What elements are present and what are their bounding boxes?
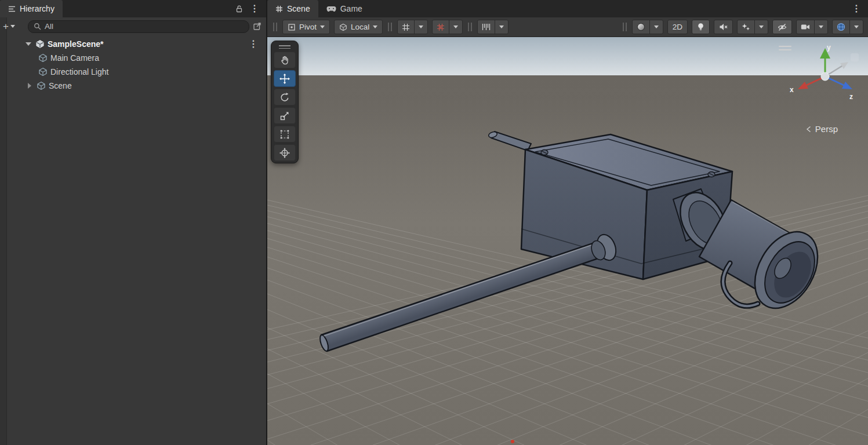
- tree-row-main-camera[interactable]: Main Camera: [0, 51, 266, 65]
- scene-root-label: SampleScene*: [48, 39, 104, 49]
- scene-tabstrip: Scene Game ⋮: [267, 0, 868, 17]
- hierarchy-panel: Hierarchy ⋮ + All SampleScene*: [0, 0, 267, 445]
- tool-move-button[interactable]: [274, 70, 296, 87]
- camera-settings-group: [796, 20, 828, 34]
- toolbar-drag-handle[interactable]: [273, 23, 277, 31]
- scene-effects-toggle[interactable]: [738, 20, 754, 34]
- projection-toggle[interactable]: Persp: [805, 124, 838, 134]
- handle-rotation-dropdown[interactable]: Local: [334, 20, 383, 34]
- scene-viewport[interactable]: y x z Persp: [267, 37, 868, 445]
- camera-settings-dropdown[interactable]: [814, 20, 827, 34]
- tools-overlay: [271, 41, 299, 163]
- transform-tool-icon: [279, 148, 290, 158]
- hierarchy-tree: SampleScene* ⋮ Main Camera Directional L…: [0, 35, 266, 93]
- tab-game[interactable]: Game: [318, 0, 371, 17]
- kebab-menu-icon[interactable]: ⋮: [852, 4, 861, 13]
- axis-z-label: z: [849, 93, 853, 101]
- snap-increment-button[interactable]: [478, 20, 495, 34]
- kebab-menu-icon[interactable]: ⋮: [249, 39, 258, 49]
- tree-row-scene-object[interactable]: Scene: [0, 79, 266, 93]
- pivot-mode-dropdown[interactable]: Pivot: [282, 20, 330, 34]
- overlay-drag-handle[interactable]: [279, 43, 290, 50]
- camera-settings-button[interactable]: [797, 20, 814, 34]
- chevron-down-icon: [320, 25, 325, 28]
- draw-mode-group: [632, 20, 663, 34]
- hierarchy-tabstrip: Hierarchy ⋮: [0, 0, 266, 17]
- gameobject-cube-icon: [38, 53, 48, 63]
- horizon-fade: [267, 75, 868, 139]
- draw-mode-dropdown[interactable]: [649, 20, 663, 34]
- pivot-icon: [288, 23, 296, 31]
- tool-rotate-button[interactable]: [274, 89, 296, 105]
- lightbulb-icon: [697, 23, 704, 31]
- chevron-down-icon: [819, 25, 823, 28]
- tree-row-directional-light[interactable]: Directional Light: [0, 65, 266, 79]
- gamepad-icon: [326, 6, 336, 12]
- snap-increment-dropdown[interactable]: [495, 20, 508, 34]
- chevron-down-icon: [759, 25, 764, 28]
- hierarchy-tab-label: Hierarchy: [20, 4, 55, 13]
- tool-rect-button[interactable]: [274, 126, 296, 143]
- orientation-gizmo[interactable]: y x z: [785, 43, 860, 105]
- foldout-collapsed-icon[interactable]: [28, 83, 31, 89]
- effects-stars-icon: [742, 23, 750, 31]
- kebab-menu-icon[interactable]: ⋮: [250, 4, 259, 13]
- search-icon: [34, 23, 41, 30]
- draw-mode-button[interactable]: [633, 20, 649, 34]
- scene-canvas[interactable]: [267, 37, 868, 445]
- grid-visibility-group: [397, 20, 428, 34]
- gizmos-dropdown[interactable]: [849, 20, 863, 34]
- grid-snap-toggle[interactable]: [433, 20, 449, 34]
- collapsed-overlay-icon[interactable]: [851, 53, 859, 61]
- grid-visibility-button[interactable]: [398, 20, 414, 34]
- tool-transform-button[interactable]: [274, 144, 296, 161]
- gameobject-cube-icon: [38, 67, 48, 76]
- grid-snap-group: [432, 20, 463, 34]
- grid-snap-dropdown[interactable]: [449, 20, 462, 34]
- tree-row-scene-root[interactable]: SampleScene* ⋮: [0, 37, 266, 51]
- axis-negative-cone[interactable]: [840, 62, 848, 69]
- tool-hand-button[interactable]: [274, 52, 296, 68]
- hand-tool-icon: [279, 55, 290, 65]
- toolbar-separator: [623, 23, 627, 31]
- gizmos-group: [832, 20, 863, 34]
- scene-effects-dropdown[interactable]: [754, 20, 768, 34]
- chevron-down-icon: [10, 25, 15, 28]
- overlay-menu-handle[interactable]: [779, 46, 791, 50]
- shaded-sphere-icon: [637, 23, 645, 31]
- search-input[interactable]: All: [28, 20, 249, 33]
- hierarchy-menu-icon: [8, 6, 16, 12]
- chevron-down-icon: [373, 25, 377, 28]
- gizmo-center[interactable]: [821, 72, 829, 81]
- tab-hierarchy[interactable]: Hierarchy: [0, 0, 63, 17]
- chevron-down-icon: [453, 25, 458, 28]
- foldout-expanded-icon[interactable]: [26, 42, 31, 46]
- rotate-tool-icon: [279, 92, 290, 103]
- open-search-window-icon[interactable]: [253, 22, 262, 31]
- gameobject-cube-icon: [37, 81, 46, 90]
- globe-gizmo-icon: [837, 23, 845, 31]
- tab-scene[interactable]: Scene: [267, 0, 318, 17]
- scene-audio-toggle[interactable]: [714, 20, 733, 34]
- toggle-2d-button[interactable]: 2D: [667, 20, 688, 34]
- scene-grid-icon: [275, 5, 283, 13]
- lock-icon[interactable]: [235, 5, 243, 13]
- snap-icon: [437, 23, 445, 31]
- chevron-down-icon: [654, 25, 659, 28]
- tool-scale-button[interactable]: [274, 107, 296, 124]
- eye-crossed-icon: [778, 23, 787, 31]
- scene-lighting-toggle[interactable]: [692, 20, 710, 34]
- camera-icon: [801, 24, 810, 30]
- scene-toolbar-right: 2D: [622, 20, 863, 34]
- axis-x-label: x: [790, 86, 794, 94]
- origin-axis-dot: [511, 440, 514, 443]
- grid-visibility-dropdown[interactable]: [414, 20, 427, 34]
- unity-editor-window: Hierarchy ⋮ + All SampleScene*: [0, 0, 868, 445]
- hierarchy-search-row: + All: [0, 17, 266, 35]
- chevron-down-icon: [419, 25, 423, 28]
- gizmos-button[interactable]: [833, 20, 849, 34]
- scale-tool-icon: [279, 111, 290, 121]
- scene-toolbar: Pivot Local: [267, 17, 868, 37]
- audio-mute-icon: [719, 23, 728, 31]
- scene-visibility-toggle[interactable]: [772, 20, 792, 34]
